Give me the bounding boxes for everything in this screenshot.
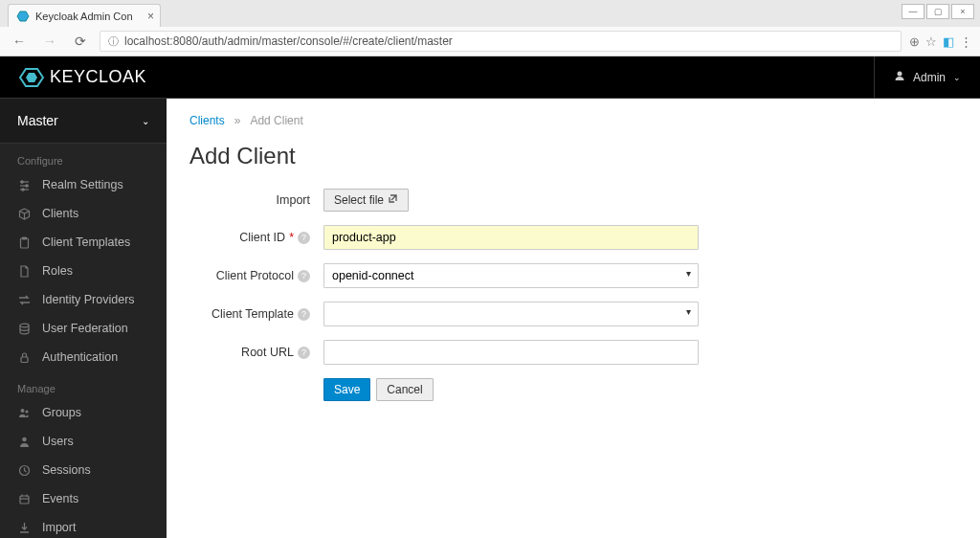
svg-rect-11 (22, 237, 26, 239)
calendar-icon (17, 493, 31, 505)
svg-marker-0 (17, 11, 29, 21)
help-icon[interactable]: ? (298, 270, 310, 282)
user-menu[interactable]: Admin ⌄ (874, 56, 961, 98)
sidebar-item-label: Sessions (42, 463, 91, 477)
sidebar-item-label: Realm Settings (42, 178, 123, 191)
window-maximize-icon[interactable]: ▢ (926, 4, 949, 19)
site-info-icon: ⓘ (108, 34, 119, 49)
cancel-button[interactable]: Cancel (376, 378, 433, 401)
svg-point-16 (22, 437, 27, 441)
browser-menu-icon[interactable]: ⋮ (960, 34, 972, 49)
browser-zoom-icon[interactable]: ⊕ (909, 34, 920, 49)
svg-point-14 (20, 409, 24, 413)
client-template-label: Client Template ? (189, 307, 323, 321)
clipboard-icon (17, 236, 31, 249)
sidebar-item-client-templates[interactable]: Client Templates (0, 228, 167, 257)
sidebar-item-identity-providers[interactable]: Identity Providers (0, 285, 167, 314)
sidebar-item-authentication[interactable]: Authentication (0, 343, 167, 371)
sidebar-section-manage: Manage (0, 371, 167, 398)
external-link-icon (388, 193, 398, 207)
browser-url-text: localhost:8080/auth/admin/master/console… (124, 34, 453, 48)
sidebar-section-configure: Configure (0, 144, 167, 170)
client-template-select[interactable] (323, 302, 699, 326)
sidebar: Master ⌄ Configure Realm Settings Client… (0, 99, 167, 538)
keycloak-logo-icon (19, 65, 44, 90)
file-icon (17, 265, 31, 278)
chevron-down-icon: ⌄ (142, 116, 149, 126)
sidebar-item-label: Users (42, 435, 74, 448)
breadcrumb: Clients » Add Client (189, 114, 957, 127)
sidebar-item-realm-settings[interactable]: Realm Settings (0, 170, 167, 199)
window-minimize-icon[interactable]: — (902, 4, 924, 19)
help-icon[interactable]: ? (298, 232, 310, 244)
sidebar-item-import[interactable]: Import (0, 513, 167, 538)
sidebar-item-groups[interactable]: Groups (0, 398, 167, 427)
browser-back-icon[interactable]: ← (8, 30, 31, 53)
help-icon[interactable]: ? (298, 308, 310, 321)
svg-marker-2 (26, 73, 37, 82)
sidebar-item-clients[interactable]: Clients (0, 199, 167, 228)
browser-star-icon[interactable]: ☆ (925, 34, 937, 49)
tab-close-icon[interactable]: × (147, 10, 154, 23)
browser-url-field[interactable]: ⓘ localhost:8080/auth/admin/master/conso… (100, 31, 902, 52)
user-icon (894, 70, 905, 84)
sidebar-item-user-federation[interactable]: User Federation (0, 314, 167, 343)
svg-point-15 (25, 410, 28, 413)
breadcrumb-parent[interactable]: Clients (189, 114, 225, 127)
svg-rect-13 (21, 357, 28, 363)
browser-chrome: Keycloak Admin Con × — ▢ × ← → ⟳ ⓘ local… (0, 0, 980, 56)
realm-selector[interactable]: Master ⌄ (0, 99, 167, 144)
sidebar-item-label: Identity Providers (42, 293, 135, 306)
database-icon (17, 323, 31, 335)
sidebar-item-label: Roles (42, 264, 73, 278)
sidebar-item-label: Authentication (42, 350, 118, 364)
window-close-icon[interactable]: × (951, 4, 974, 19)
sidebar-item-sessions[interactable]: Sessions (0, 456, 167, 484)
browser-reload-icon[interactable]: ⟳ (69, 30, 92, 53)
users-icon (17, 407, 31, 419)
cube-icon (17, 208, 31, 220)
sidebar-item-label: User Federation (42, 322, 128, 335)
main-content: Clients » Add Client Add Client Import S… (167, 99, 980, 538)
breadcrumb-separator: » (234, 114, 241, 127)
lock-icon (17, 351, 31, 364)
sidebar-item-label: Client Templates (42, 235, 130, 249)
brand-name: KEYCLOAK (50, 67, 146, 87)
browser-extension-icon[interactable]: ◧ (943, 34, 954, 49)
sidebar-item-label: Import (42, 521, 76, 534)
svg-point-7 (20, 180, 22, 182)
svg-rect-18 (20, 496, 29, 504)
user-label: Admin (913, 71, 946, 84)
app-header: KEYCLOAK Admin ⌄ (0, 56, 980, 99)
tab-title: Keycloak Admin Con (35, 11, 133, 22)
sidebar-item-label: Clients (42, 207, 78, 220)
sidebar-item-events[interactable]: Events (0, 484, 167, 513)
exchange-icon (17, 294, 31, 306)
required-indicator: * (289, 231, 294, 244)
root-url-input[interactable] (323, 340, 699, 365)
browser-tab[interactable]: Keycloak Admin Con × (8, 4, 161, 27)
window-controls: — ▢ × (902, 4, 974, 19)
sidebar-item-label: Events (42, 492, 78, 505)
svg-point-12 (20, 324, 29, 327)
import-icon (17, 522, 31, 534)
select-file-button[interactable]: Select file (323, 189, 409, 212)
breadcrumb-current: Add Client (250, 114, 302, 127)
clock-icon (17, 464, 31, 477)
import-label: Import (189, 193, 323, 207)
save-button[interactable]: Save (323, 378, 370, 401)
sidebar-item-label: Groups (42, 406, 81, 419)
client-protocol-select[interactable]: openid-connect (323, 263, 699, 288)
help-icon[interactable]: ? (298, 347, 310, 359)
svg-point-9 (21, 188, 23, 190)
client-id-input[interactable] (323, 225, 699, 250)
sidebar-item-users[interactable]: Users (0, 427, 167, 456)
brand-logo[interactable]: KEYCLOAK (19, 65, 146, 90)
tab-favicon-icon (16, 10, 30, 23)
realm-name: Master (17, 113, 58, 128)
browser-forward-icon[interactable]: → (38, 30, 61, 53)
svg-point-8 (25, 184, 27, 186)
client-protocol-label: Client Protocol ? (189, 269, 323, 282)
sidebar-item-roles[interactable]: Roles (0, 257, 167, 285)
browser-address-bar: ← → ⟳ ⓘ localhost:8080/auth/admin/master… (0, 27, 980, 56)
